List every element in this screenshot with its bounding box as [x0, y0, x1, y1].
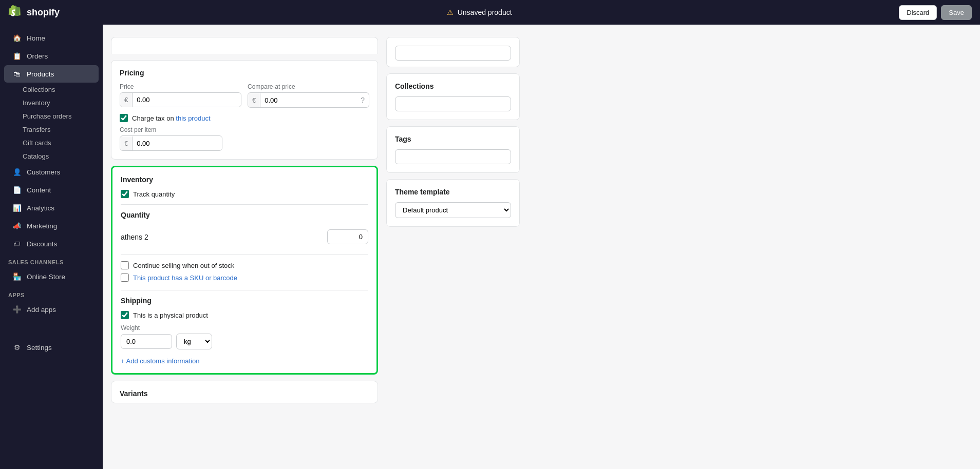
- home-icon: 🏠: [12, 33, 22, 43]
- theme-template-card: Theme template Default product Custom pr…: [386, 179, 520, 227]
- inventory-section: Inventory Track quantity Quantity athens…: [121, 175, 368, 282]
- cost-input[interactable]: [133, 136, 222, 150]
- right-top-input[interactable]: [395, 46, 511, 61]
- settings-icon: ⚙: [12, 343, 22, 352]
- quantity-location-row: athens 2: [121, 225, 368, 248]
- sku-barcode-row: This product has a SKU or barcode: [121, 273, 368, 282]
- weight-unit-select[interactable]: kg lb oz g: [176, 334, 212, 349]
- pricing-row: Price € Compare-at price € ?: [120, 83, 369, 108]
- collections-card: Collections: [386, 73, 520, 120]
- content-icon: 📄: [12, 185, 22, 194]
- sidebar-sub-purchase-orders[interactable]: Purchase orders: [4, 110, 99, 123]
- quantity-input[interactable]: [327, 229, 368, 244]
- sidebar: 🏠 Home 📋 Orders 🛍 Products Collections I…: [0, 25, 103, 469]
- price-input[interactable]: [133, 93, 241, 107]
- tags-input[interactable]: [395, 149, 511, 164]
- sidebar-item-content[interactable]: 📄 Content: [4, 181, 99, 199]
- quantity-title: Quantity: [121, 211, 368, 219]
- add-apps-icon: ➕: [12, 305, 22, 314]
- sku-barcode-label: This product has a SKU or barcode: [133, 274, 237, 282]
- track-quantity-checkbox[interactable]: [121, 190, 129, 198]
- sales-channels-label: Sales channels: [0, 253, 103, 267]
- sidebar-label-online-store: Online Store: [27, 273, 65, 281]
- sku-barcode-checkbox[interactable]: [121, 273, 129, 282]
- discounts-icon: 🏷: [12, 239, 22, 248]
- compare-prefix: €: [248, 93, 260, 107]
- theme-template-title: Theme template: [395, 188, 511, 196]
- sidebar-item-products[interactable]: 🛍 Products: [4, 65, 99, 83]
- right-column: Collections Tags Theme template Default …: [386, 37, 520, 227]
- compare-price-input[interactable]: [260, 93, 356, 107]
- sidebar-label-home: Home: [27, 34, 45, 42]
- price-input-wrapper: €: [120, 92, 241, 107]
- physical-product-row: This is a physical product: [121, 311, 368, 319]
- main-content: Pricing Price € Compare-at price €: [103, 25, 980, 469]
- inventory-shipping-card: Inventory Track quantity Quantity athens…: [111, 166, 378, 375]
- section-divider-main: [121, 290, 368, 290]
- price-label: Price: [120, 83, 241, 90]
- marketing-icon: 📣: [12, 221, 22, 230]
- sidebar-sub-gift-cards[interactable]: Gift cards: [4, 136, 99, 149]
- charge-tax-checkbox[interactable]: [120, 114, 128, 122]
- sidebar-label-products: Products: [27, 70, 54, 78]
- sidebar-label-marketing: Marketing: [27, 222, 57, 230]
- sidebar-label-discounts: Discounts: [27, 240, 57, 248]
- topbar-actions: Discard Save: [899, 5, 972, 20]
- page-title-area: ⚠ Unsaved product: [447, 8, 512, 16]
- sidebar-label-orders: Orders: [27, 52, 48, 60]
- discard-button[interactable]: Discard: [899, 5, 937, 20]
- save-button[interactable]: Save: [941, 5, 972, 20]
- sidebar-item-customers[interactable]: 👤 Customers: [4, 163, 99, 181]
- cost-input-wrapper: € ?: [120, 135, 222, 151]
- sidebar-item-marketing[interactable]: 📣 Marketing: [4, 217, 99, 234]
- quantity-divider: [121, 255, 368, 255]
- sidebar-item-home[interactable]: 🏠 Home: [4, 29, 99, 47]
- inventory-title: Inventory: [121, 175, 368, 184]
- sidebar-label-settings: Settings: [27, 344, 52, 351]
- sidebar-sub-catalogs[interactable]: Catalogs: [4, 150, 99, 163]
- sidebar-label-customers: Customers: [27, 168, 60, 176]
- analytics-icon: 📊: [12, 203, 22, 212]
- sidebar-label-content: Content: [27, 186, 51, 194]
- online-store-icon: 🏪: [12, 272, 22, 281]
- pricing-title: Pricing: [120, 69, 369, 77]
- price-prefix: €: [120, 93, 133, 107]
- charge-tax-link[interactable]: this product: [176, 114, 210, 122]
- shipping-section: Shipping This is a physical product Weig…: [121, 297, 368, 365]
- cost-prefix: €: [120, 136, 133, 150]
- cost-label: Cost per item: [120, 126, 222, 133]
- sku-barcode-link[interactable]: This product has a SKU or barcode: [133, 274, 237, 282]
- add-customs-link[interactable]: + Add customs information: [121, 357, 200, 365]
- right-top-partial: [386, 37, 520, 67]
- sidebar-sub-collections[interactable]: Collections: [4, 83, 99, 96]
- topbar: shopify ⚠ Unsaved product Discard Save: [0, 0, 980, 25]
- center-column: Pricing Price € Compare-at price €: [111, 37, 378, 403]
- sidebar-item-add-apps[interactable]: ➕ Add apps: [4, 301, 99, 318]
- continue-selling-checkbox[interactable]: [121, 261, 129, 269]
- sidebar-sub-inventory[interactable]: Inventory: [4, 96, 99, 109]
- apps-label: Apps: [0, 286, 103, 300]
- sidebar-item-online-store[interactable]: 🏪 Online Store: [4, 268, 99, 285]
- customers-icon: 👤: [12, 167, 22, 177]
- logo-text: shopify: [27, 7, 60, 18]
- variants-card: Variants: [111, 381, 378, 403]
- help-icon-compare: ?: [356, 93, 369, 107]
- sidebar-item-analytics[interactable]: 📊 Analytics: [4, 199, 99, 217]
- sidebar-item-settings[interactable]: ⚙ Settings: [4, 339, 99, 356]
- tags-card: Tags: [386, 126, 520, 173]
- weight-input[interactable]: [121, 334, 172, 349]
- sidebar-item-discounts[interactable]: 🏷 Discounts: [4, 235, 99, 252]
- sidebar-label-add-apps: Add apps: [27, 306, 56, 314]
- price-field-group: Price €: [120, 83, 241, 108]
- physical-product-checkbox[interactable]: [121, 311, 129, 319]
- cost-per-item-group: Cost per item € ?: [120, 126, 222, 151]
- sidebar-item-orders[interactable]: 📋 Orders: [4, 47, 99, 65]
- continue-selling-row: Continue selling when out of stock: [121, 261, 368, 269]
- weight-field-group: Weight kg lb oz g: [121, 324, 368, 349]
- sidebar-sub-transfers[interactable]: Transfers: [4, 123, 99, 136]
- logo: shopify: [8, 5, 60, 19]
- theme-template-select[interactable]: Default product Custom product: [395, 202, 511, 218]
- collections-input[interactable]: [395, 96, 511, 111]
- charge-tax-label: Charge tax on this product: [132, 114, 211, 122]
- warning-icon: ⚠: [447, 8, 454, 16]
